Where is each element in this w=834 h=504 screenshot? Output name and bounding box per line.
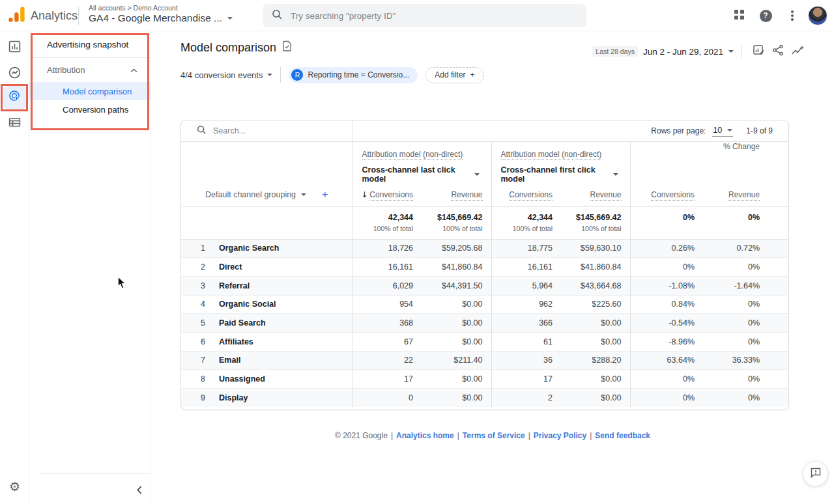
total-first-conversions: 42,344100% of total (491, 206, 561, 239)
row-channel: Affiliates (219, 332, 352, 351)
row-last-revenue: $211.40 (422, 351, 491, 370)
model-2-selector[interactable]: Cross-channel first click model (501, 165, 621, 184)
nav-item-model-comparison[interactable]: Model comparison (29, 82, 151, 100)
row-change-revenue: 0.72% (703, 239, 789, 258)
share-button[interactable] (768, 42, 788, 61)
table-row[interactable]: 4 Organic Social 954 $0.00 962 $225.60 0… (181, 295, 789, 314)
row-first-conversions: 962 (491, 295, 561, 314)
row-last-revenue: $0.00 (422, 389, 491, 408)
conversion-events-selector[interactable]: 4/4 conversion events (180, 70, 272, 80)
table-search[interactable] (181, 120, 352, 141)
edit-comparison-button[interactable] (749, 42, 768, 61)
filter-divider (280, 67, 281, 83)
total-last-revenue: $145,669.42100% of total (422, 206, 491, 239)
reporting-time-chip[interactable]: R Reporting time = Conversio... (289, 67, 418, 83)
apps-grid-button[interactable] (728, 5, 750, 27)
attribution-model-label[interactable]: Attribution model (non-direct) (362, 150, 463, 160)
advertising-icon (8, 89, 22, 106)
table-row[interactable]: 8 Unassigned 17 $0.00 17 $0.00 0% 0% (181, 370, 789, 389)
total-last-conversions: 42,344100% of total (352, 206, 422, 239)
row-change-conversions: 0.84% (630, 295, 703, 314)
row-last-conversions: 22 (352, 351, 422, 370)
help-button[interactable]: ? (755, 5, 777, 27)
row-channel: Display (219, 389, 352, 408)
row-change-revenue: 0% (703, 370, 789, 389)
date-range[interactable]: Jun 2 - Jun 29, 2021 (643, 47, 723, 57)
row-rank: 6 (181, 332, 219, 351)
admin-gear-button[interactable]: ⚙ (0, 479, 29, 494)
add-filter-button[interactable]: Add filter + (425, 67, 483, 83)
footer-link-send-feedback[interactable]: Send feedback (595, 431, 650, 440)
reporting-chip-label: Reporting time = Conversio... (308, 70, 409, 79)
page-title: Model comparison (180, 40, 292, 55)
table-row[interactable]: 7 Email 22 $211.40 36 $288.20 63.64% 36.… (181, 351, 789, 370)
copyright: © 2021 Google (335, 431, 388, 440)
rail-library-button[interactable] (0, 115, 29, 132)
table-row[interactable]: 5 Paid Search 368 $0.00 366 $0.00 -0.54%… (181, 314, 789, 333)
row-last-conversions: 6,029 (352, 276, 422, 295)
row-first-revenue: $288.20 (561, 351, 630, 370)
row-last-revenue: $0.00 (422, 332, 491, 351)
library-icon (8, 115, 22, 132)
feedback-button[interactable] (803, 461, 828, 486)
nav-section-attribution[interactable]: Attribution (29, 58, 151, 82)
table-row[interactable]: 3 Referral 6,029 $44,391.50 5,964 $43,66… (181, 276, 789, 295)
global-search[interactable] (263, 4, 586, 27)
top-bar: Analytics All accounts > Demo Account GA… (0, 0, 834, 31)
property-name: GA4 - Google Merchandise ... (89, 12, 222, 24)
rail-advertising-button[interactable] (0, 86, 29, 109)
footer-link-privacy-policy[interactable]: Privacy Policy (534, 431, 586, 440)
row-rank: 2 (181, 258, 219, 277)
model-1-selector[interactable]: Cross-channel last click model (362, 165, 482, 184)
rows-per-page-select[interactable]: 10 (712, 126, 733, 137)
table-row[interactable]: 2 Direct 16,161 $41,860.84 16,161 $41,86… (181, 258, 789, 277)
account-switcher[interactable]: All accounts > Demo Account GA4 - Google… (89, 4, 233, 24)
analytics-logo[interactable]: Analytics (8, 6, 78, 25)
header-first-conversions[interactable]: Conversions (491, 184, 561, 206)
rail-reports-button[interactable] (0, 40, 29, 56)
report-doc-check-icon[interactable] (282, 40, 292, 55)
conversion-events-label: 4/4 conversion events (180, 70, 263, 80)
table-search-input[interactable] (213, 126, 324, 135)
feedback-bubble-icon (810, 467, 822, 481)
attribution-model-label[interactable]: Attribution model (non-direct) (501, 150, 602, 160)
row-first-revenue: $225.60 (561, 295, 630, 314)
rail-explore-button[interactable] (0, 66, 29, 82)
table-row[interactable]: 6 Affiliates 67 $0.00 61 $0.00 -8.96% 0% (181, 332, 789, 351)
insights-icon (791, 45, 805, 59)
header-first-revenue[interactable]: Revenue (561, 184, 630, 206)
pct-change-header: % Change (630, 142, 789, 184)
table-row[interactable]: 9 Display 0 $0.00 2 $0.00 0% 0% (181, 389, 789, 408)
nav-item-advertising-snapshot[interactable]: Advertising snapshot (29, 31, 151, 58)
insights-button[interactable] (788, 42, 807, 61)
chart-edit-icon (753, 44, 765, 59)
reporting-chip-avatar: R (291, 69, 303, 81)
rows-per-page-value: 10 (713, 126, 722, 135)
dimension-header-label[interactable]: Default channel grouping (205, 190, 296, 199)
pagination-info: 1-9 of 9 (746, 126, 773, 135)
chevron-down-icon (227, 17, 233, 20)
footer-link-analytics-home[interactable]: Analytics home (396, 431, 454, 440)
nav-item-conversion-paths[interactable]: Conversion paths (29, 100, 151, 119)
nav-snapshot-label: Advertising snapshot (47, 40, 128, 49)
row-last-revenue: $41,860.84 (422, 258, 491, 277)
footer-link-terms-of-service[interactable]: Terms of Service (463, 431, 525, 440)
gear-icon: ⚙ (9, 479, 20, 494)
avatar[interactable] (808, 6, 827, 25)
nav-section-label: Attribution (47, 65, 85, 75)
row-change-conversions: 0% (630, 389, 703, 408)
header-change-conversions[interactable]: Conversions (630, 184, 703, 206)
row-first-conversions: 366 (491, 314, 561, 333)
global-search-input[interactable] (291, 11, 577, 21)
add-dimension-button[interactable]: + (322, 189, 328, 201)
header-last-revenue[interactable]: Revenue (422, 184, 491, 206)
table-row[interactable]: 1 Organic Search 18,726 $59,205.68 18,77… (181, 239, 789, 258)
row-first-revenue: $0.00 (561, 314, 630, 333)
header-change-revenue[interactable]: Revenue (703, 184, 789, 206)
chevron-down-icon (301, 193, 306, 196)
row-first-revenue: $0.00 (561, 332, 630, 351)
collapse-nav-button[interactable] (137, 485, 142, 497)
more-options-button[interactable] (781, 5, 803, 27)
header-last-conversions[interactable]: ↓Conversions (352, 184, 422, 206)
row-channel: Email (219, 351, 352, 370)
